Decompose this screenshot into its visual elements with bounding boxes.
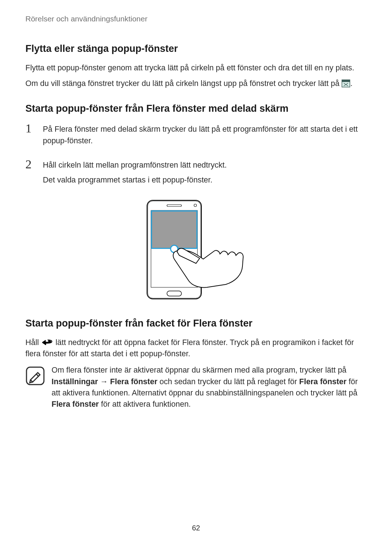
phone-illustration — [142, 197, 250, 303]
note-t4: för att aktivera funktionen. — [99, 400, 191, 409]
para-hold-back-prefix: Håll — [25, 338, 41, 347]
para-move-popup: Flytta ett popup-fönster genom att tryck… — [25, 62, 367, 74]
note-b3: Flera fönster — [299, 377, 346, 386]
para-close-popup-prefix: Om du vill stänga fönstret trycker du lä… — [25, 79, 342, 88]
para-close-popup: Om du vill stänga fönstret trycker du lä… — [25, 78, 367, 89]
step-1-number: 1 — [25, 122, 43, 135]
note-t2: och sedan trycker du lätt på reglaget fö… — [158, 377, 299, 386]
step-2: 2 Håll cirkeln lätt mellan programfönstr… — [25, 158, 367, 189]
note-b1: Inställningar — [52, 377, 98, 386]
breadcrumb: Rörelser och användningsfunktioner — [25, 15, 367, 23]
figure-phone-tap — [25, 197, 367, 303]
note-arrow: → — [98, 377, 110, 386]
note-box: Om flera fönster inte är aktiverat öppna… — [25, 365, 367, 410]
svg-rect-9 — [151, 210, 197, 249]
para-close-popup-suffix: . — [350, 79, 352, 88]
svg-rect-1 — [342, 80, 350, 82]
step-1: 1 På Flera fönster med delad skärm tryck… — [25, 122, 367, 150]
heading-start-popup-tray: Starta popup-fönster från facket för Fle… — [25, 318, 367, 329]
page-number: 62 — [0, 524, 392, 532]
step-2-number: 2 — [25, 158, 43, 171]
note-b2: Flera fönster — [110, 377, 157, 386]
close-window-icon — [342, 79, 350, 87]
note-t1: Om flera fönster inte är aktiverat öppna… — [52, 366, 347, 374]
note-b4: Flera fönster — [52, 400, 99, 409]
step-1-text: På Flera fönster med delad skärm trycker… — [43, 124, 367, 146]
para-hold-back: Håll lätt nedtryckt för att öppna facket… — [25, 337, 367, 360]
para-hold-back-suffix: lätt nedtryckt för att öppna facket för … — [25, 338, 354, 358]
back-key-icon — [41, 338, 53, 345]
note-icon — [25, 366, 45, 386]
step-2-text-a: Håll cirkeln lätt mellan programfönstren… — [43, 160, 367, 171]
note-text: Om flera fönster inte är aktiverat öppna… — [52, 365, 367, 410]
step-2-text-b: Det valda programmet startas i ett popup… — [43, 175, 367, 186]
heading-start-popup-split: Starta popup-fönster från Flera fönster … — [25, 103, 367, 114]
heading-move-close-popup: Flytta eller stänga popup-fönster — [25, 43, 367, 54]
